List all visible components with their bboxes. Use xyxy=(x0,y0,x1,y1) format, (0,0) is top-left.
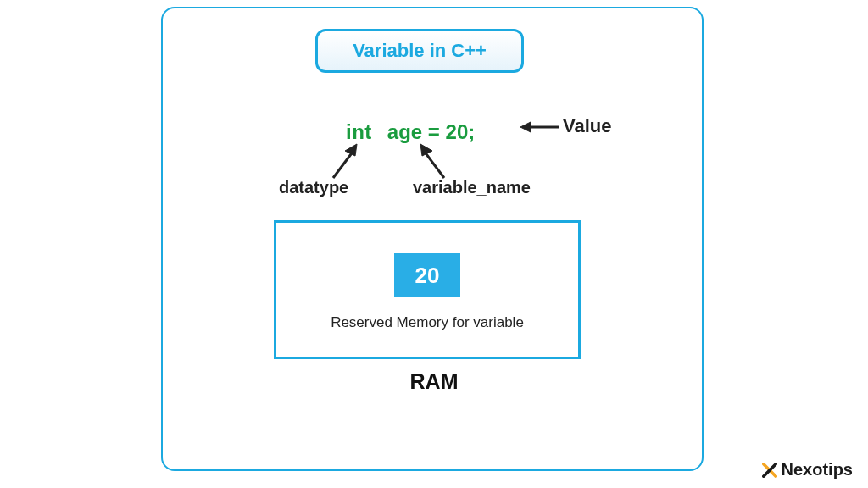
brand-x-icon xyxy=(762,463,777,478)
code-varname: age xyxy=(387,120,422,143)
label-varname: variable_name xyxy=(413,178,531,197)
brand-text: Nexotips xyxy=(782,460,853,480)
code-value: 20 xyxy=(446,120,469,143)
ram-label: RAM xyxy=(163,369,705,394)
svg-line-2 xyxy=(333,151,353,178)
brand-logo: Nexotips xyxy=(762,460,853,480)
title-text: Variable in C++ xyxy=(353,40,487,62)
memory-caption: Reserved Memory for variable xyxy=(331,314,524,331)
code-line: intage = 20; xyxy=(346,120,475,144)
code-equals: = xyxy=(428,120,440,143)
memory-value-box: 20 xyxy=(394,253,460,297)
label-datatype: datatype xyxy=(279,178,348,197)
arrow-value-icon xyxy=(519,119,561,135)
code-semicolon: ; xyxy=(468,120,475,143)
arrow-varname-icon xyxy=(415,142,449,180)
svg-line-4 xyxy=(424,151,444,178)
code-datatype: int xyxy=(346,120,372,143)
label-value: Value xyxy=(563,115,611,137)
diagram-frame: Variable in C++ intage = 20; Value datat… xyxy=(161,7,704,471)
ram-box: 20 Reserved Memory for variable xyxy=(274,220,581,359)
svg-marker-5 xyxy=(420,144,432,156)
svg-marker-3 xyxy=(345,144,357,156)
arrow-datatype-icon xyxy=(328,142,362,180)
memory-value: 20 xyxy=(415,263,440,289)
title-pill: Variable in C++ xyxy=(315,29,524,73)
svg-marker-1 xyxy=(520,122,531,132)
